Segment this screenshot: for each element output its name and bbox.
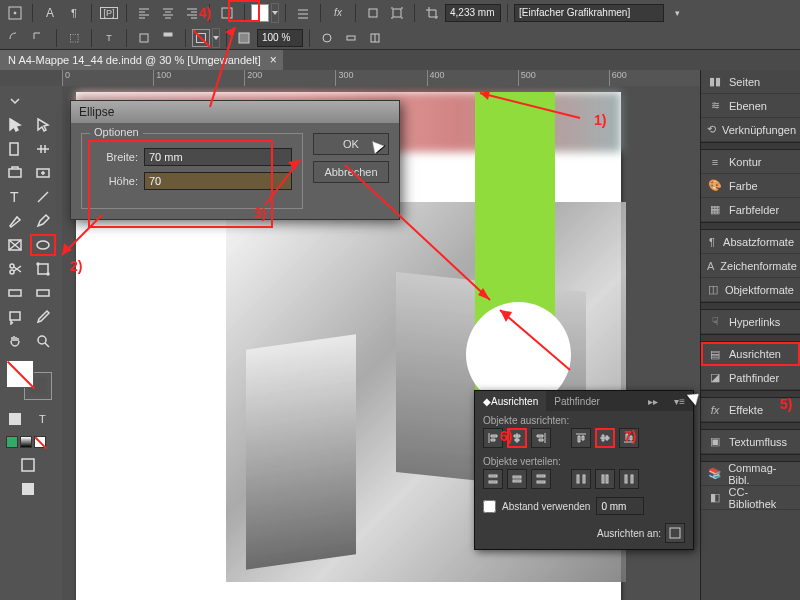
text-wrap-jump-icon[interactable] <box>340 27 362 49</box>
color-chip[interactable] <box>6 436 18 448</box>
dialog-title-bar[interactable]: Ellipse <box>71 101 399 123</box>
panel-ccbib[interactable]: ◧CC-Bibliothek <box>701 486 800 510</box>
panel-collapse-icon[interactable]: ▸▸ <box>640 391 666 411</box>
view-mode-normal[interactable] <box>2 454 54 476</box>
distribute-right[interactable] <box>619 469 639 489</box>
fit-content-icon[interactable] <box>216 2 238 24</box>
rectangle-frame-tool[interactable] <box>2 234 28 256</box>
stroke-color-swatch[interactable] <box>192 29 210 47</box>
gradient-feather-tool[interactable] <box>30 282 56 304</box>
hand-tool[interactable] <box>2 330 28 352</box>
apply-color-icon[interactable] <box>2 408 28 430</box>
panel-verknuepfungen[interactable]: ⟲Verknüpfungen <box>701 118 800 142</box>
direct-selection-tool[interactable] <box>30 114 56 136</box>
panel-farbe[interactable]: 🎨Farbe <box>701 174 800 198</box>
align-right-edges[interactable] <box>531 428 551 448</box>
panel-ausrichten[interactable]: ▤Ausrichten <box>701 342 800 366</box>
panel-pathfinder[interactable]: ◪Pathfinder <box>701 366 800 390</box>
gap-tool[interactable] <box>30 138 56 160</box>
char-formatting-icon[interactable]: A <box>39 2 61 24</box>
align-to-dropdown[interactable] <box>665 523 685 543</box>
stroke-dropdown-icon[interactable] <box>212 28 220 48</box>
panel-effekte[interactable]: fxEffekte <box>701 398 800 422</box>
panel-zeichenformate[interactable]: AZeichenformate <box>701 254 800 278</box>
use-spacing-checkbox[interactable] <box>483 500 496 513</box>
align-tab-ausrichten[interactable]: ◆ Ausrichten <box>475 391 546 411</box>
panel-absatzformate[interactable]: ¶Absatzformate <box>701 230 800 254</box>
vertical-top-icon[interactable] <box>157 27 179 49</box>
height-input[interactable] <box>144 172 292 190</box>
opacity-icon[interactable] <box>233 27 255 49</box>
type-tool[interactable]: T <box>2 186 28 208</box>
corner-options-icon[interactable] <box>4 27 26 49</box>
unknown-2-icon[interactable] <box>133 27 155 49</box>
selection-tool[interactable] <box>2 114 28 136</box>
fill-swatch[interactable] <box>6 360 34 388</box>
text-wrap-none-icon[interactable] <box>362 2 384 24</box>
align-tab-pathfinder[interactable]: Pathfinder <box>546 391 608 411</box>
pencil-tool[interactable] <box>30 210 56 232</box>
unknown-1-icon[interactable]: ⬚ <box>63 27 85 49</box>
corner-square-icon[interactable] <box>28 27 50 49</box>
gradient-swatch-tool[interactable] <box>2 282 28 304</box>
crop-icon[interactable] <box>421 2 443 24</box>
eyedropper-tool[interactable] <box>30 306 56 328</box>
align-vertical-centers[interactable] <box>595 428 615 448</box>
opacity-field[interactable] <box>257 29 303 47</box>
text-wrap-shape-icon[interactable] <box>316 27 338 49</box>
align-center-icon[interactable] <box>157 2 179 24</box>
para-formatting-icon[interactable]: ¶ <box>63 2 85 24</box>
note-tool[interactable] <box>2 306 28 328</box>
text-wrap-bound-icon[interactable] <box>386 2 408 24</box>
width-input[interactable] <box>144 148 292 166</box>
document-tab[interactable]: N A4-Mappe 14_44 de.indd @ 30 % [Umgewan… <box>0 50 283 70</box>
ellipse-tool[interactable] <box>30 234 56 256</box>
align-right-icon[interactable] <box>181 2 203 24</box>
distribute-top[interactable] <box>483 469 503 489</box>
view-mode-preview[interactable] <box>2 478 54 500</box>
gradient-chip[interactable] <box>20 436 32 448</box>
stroke-weight-field[interactable] <box>445 4 501 22</box>
spacing-field[interactable] <box>596 497 644 515</box>
expand-icon[interactable] <box>2 90 28 112</box>
paragraph-style-icon[interactable]: [P] <box>98 2 120 24</box>
stroke-weight-icon[interactable] <box>292 2 314 24</box>
cancel-button[interactable]: Abbrechen <box>313 161 389 183</box>
frame-type-dropdown-icon[interactable]: ▾ <box>666 2 688 24</box>
content-placer-tool[interactable] <box>30 162 56 184</box>
align-left-icon[interactable] <box>133 2 155 24</box>
panel-textumfluss[interactable]: ▣Textumfluss <box>701 430 800 454</box>
line-tool[interactable] <box>30 186 56 208</box>
align-horizontal-centers[interactable] <box>507 428 527 448</box>
text-wrap-col-icon[interactable] <box>364 27 386 49</box>
zoom-tool[interactable] <box>30 330 56 352</box>
distribute-vcenter[interactable] <box>507 469 527 489</box>
fill-stroke-proxy[interactable] <box>6 360 56 400</box>
reference-point-tool[interactable] <box>4 2 26 24</box>
close-tab-icon[interactable]: × <box>270 53 277 67</box>
panel-commag[interactable]: 📚Commag-Bibl. <box>701 462 800 486</box>
page-tool[interactable] <box>2 138 28 160</box>
distribute-left[interactable] <box>571 469 591 489</box>
panel-objektformate[interactable]: ◫Objektformate <box>701 278 800 302</box>
none-chip[interactable] <box>34 436 46 448</box>
pen-tool[interactable] <box>2 210 28 232</box>
align-left-edges[interactable] <box>483 428 503 448</box>
formatting-text-icon[interactable]: T <box>30 408 56 430</box>
fill-color-swatch[interactable] <box>251 4 269 22</box>
align-top-edges[interactable] <box>571 428 591 448</box>
panel-hyperlinks[interactable]: ☟Hyperlinks <box>701 310 800 334</box>
frame-type-field[interactable] <box>514 4 664 22</box>
align-bottom-edges[interactable] <box>619 428 639 448</box>
text-frame-icon[interactable]: T <box>98 27 120 49</box>
effects-icon[interactable]: fx <box>327 2 349 24</box>
panel-ebenen[interactable]: ≋Ebenen <box>701 94 800 118</box>
distribute-hcenter[interactable] <box>595 469 615 489</box>
free-transform-tool[interactable] <box>30 258 56 280</box>
panel-farbfelder[interactable]: ▦Farbfelder <box>701 198 800 222</box>
distribute-bottom[interactable] <box>531 469 551 489</box>
content-collector-tool[interactable] <box>2 162 28 184</box>
fill-dropdown-icon[interactable] <box>271 3 279 23</box>
scissors-tool[interactable] <box>2 258 28 280</box>
panel-seiten[interactable]: ▮▮Seiten <box>701 70 800 94</box>
